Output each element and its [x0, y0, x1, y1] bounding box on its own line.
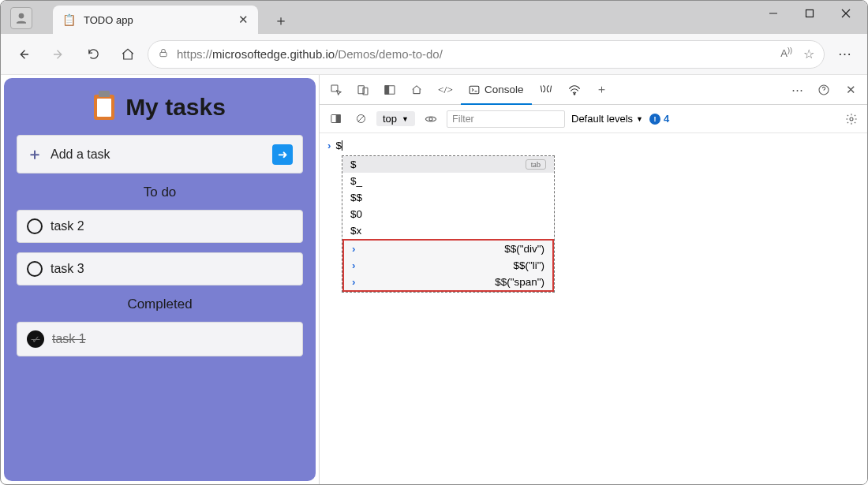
tab-console[interactable]: Console: [461, 75, 532, 104]
dock-side-button[interactable]: [376, 75, 403, 104]
devtools-tabstrip: </> Console ＋ ⋯ ✕: [320, 75, 867, 105]
favorite-button[interactable]: ☆: [803, 47, 814, 62]
lock-icon: [158, 47, 169, 61]
chevron-down-icon: ▼: [402, 115, 409, 123]
console-settings-button[interactable]: [842, 113, 861, 125]
text-caret: [342, 140, 342, 151]
live-expression-button[interactable]: [421, 114, 440, 124]
window-controls: [755, 1, 867, 26]
todo-app: My tasks ＋ Add a task ➜ To do task 2 tas…: [4, 78, 316, 481]
task-row[interactable]: task 2: [17, 210, 303, 243]
forward-button: [43, 39, 73, 69]
prompt-chevron-icon: ›: [327, 140, 331, 151]
task-row-completed[interactable]: ✓ task 1: [17, 322, 303, 356]
console-input-text: $: [336, 140, 342, 151]
close-window-button[interactable]: [828, 1, 864, 26]
device-toggle-button[interactable]: [350, 75, 376, 104]
tab-title: TODO app: [84, 14, 133, 26]
log-levels-select[interactable]: Default levels ▼: [571, 113, 643, 125]
browser-tabs: 📋 TODO app ✕ ＋: [40, 1, 755, 34]
read-aloud-button[interactable]: A)): [780, 47, 792, 62]
svg-point-18: [429, 118, 432, 121]
task-label: task 1: [52, 332, 86, 346]
title-bar: 📋 TODO app ✕ ＋: [1, 1, 867, 34]
tab-welcome[interactable]: [403, 75, 430, 104]
tab-elements[interactable]: </>: [430, 75, 461, 104]
autocomplete-item[interactable]: $x: [342, 222, 554, 239]
svg-rect-15: [336, 115, 340, 123]
add-task-placeholder: Add a task: [51, 147, 110, 162]
issues-icon: !: [649, 114, 660, 125]
autocomplete-item[interactable]: $$: [342, 189, 554, 206]
new-tab-button[interactable]: ＋: [268, 7, 294, 34]
chevron-down-icon: ▼: [636, 115, 643, 123]
execution-context-select[interactable]: top ▼: [376, 111, 415, 126]
svg-point-19: [850, 118, 853, 121]
svg-rect-5: [160, 52, 166, 56]
autocomplete-history-item[interactable]: ›$$("div"): [344, 241, 552, 257]
close-tab-button[interactable]: ✕: [238, 13, 249, 27]
add-task-input[interactable]: ＋ Add a task ➜: [17, 135, 303, 173]
task-row[interactable]: task 3: [17, 252, 303, 285]
unchecked-icon[interactable]: [27, 261, 43, 277]
tab-sources[interactable]: [532, 75, 560, 104]
autocomplete-item[interactable]: $0: [342, 206, 554, 222]
tab-hint: tab: [526, 159, 546, 170]
svg-point-12: [574, 93, 575, 95]
autocomplete-popup: $ tab $_ $$ $0 $x ›$$("div") ›$$("li") ›…: [342, 155, 555, 293]
task-label: task 2: [51, 219, 84, 233]
section-header-todo: To do: [17, 185, 303, 200]
autocomplete-item[interactable]: $ tab: [342, 156, 554, 173]
reload-button[interactable]: [78, 39, 108, 69]
devtools-more-button[interactable]: ⋯: [784, 75, 810, 104]
svg-rect-2: [806, 10, 814, 17]
todo-heading: My tasks: [17, 94, 303, 121]
autocomplete-history-group: ›$$("div") ›$$("li") ›$$("span"): [342, 239, 554, 292]
devtools-close-button[interactable]: ✕: [837, 75, 864, 104]
clipboard-icon: [94, 95, 114, 120]
submit-task-button[interactable]: ➜: [272, 144, 293, 165]
devtools-panel: </> Console ＋ ⋯ ✕ top ▼ Filter Default l…: [319, 75, 867, 484]
console-toolbar: top ▼ Filter Default levels ▼ ! 4: [320, 105, 867, 133]
issues-counter[interactable]: ! 4: [649, 113, 669, 125]
clear-console-button[interactable]: [351, 113, 370, 125]
console-body[interactable]: › $ $ tab $_ $$ $0 $x ›$$("div") ›$$("li…: [320, 133, 867, 484]
filter-input[interactable]: Filter: [447, 110, 565, 128]
profile-avatar[interactable]: [10, 7, 32, 29]
address-bar: https://microsoftedge.github.io/Demos/de…: [1, 34, 867, 75]
tab-network[interactable]: [560, 75, 589, 104]
maximize-button[interactable]: [791, 1, 828, 26]
svg-point-0: [19, 13, 24, 19]
svg-line-17: [357, 116, 364, 122]
autocomplete-history-item[interactable]: ›$$("span"): [344, 274, 552, 290]
unchecked-icon[interactable]: [27, 218, 43, 234]
devtools-help-button[interactable]: [810, 75, 837, 104]
back-button[interactable]: [9, 39, 39, 69]
clipboard-icon: 📋: [62, 13, 76, 26]
tab-console-label: Console: [485, 84, 524, 95]
autocomplete-history-item[interactable]: ›$$("li"): [344, 257, 552, 274]
toggle-sidebar-button[interactable]: [326, 113, 345, 125]
home-button[interactable]: [113, 39, 143, 69]
svg-rect-11: [470, 86, 479, 93]
plus-icon: ＋: [27, 144, 43, 165]
checked-icon[interactable]: ✓: [27, 330, 44, 348]
browser-menu-button[interactable]: ⋯: [829, 39, 859, 69]
task-label: task 3: [51, 262, 84, 276]
console-prompt[interactable]: › $: [327, 136, 859, 155]
inspect-element-button[interactable]: [323, 75, 350, 104]
more-tabs-button[interactable]: ＋: [589, 75, 615, 104]
autocomplete-item[interactable]: $_: [342, 173, 554, 189]
url-input[interactable]: https://microsoftedge.github.io/Demos/de…: [148, 40, 825, 69]
svg-rect-10: [385, 85, 389, 94]
browser-tab-active[interactable]: 📋 TODO app ✕: [53, 6, 258, 34]
section-header-completed: Completed: [17, 297, 303, 312]
url-text: https://microsoftedge.github.io/Demos/de…: [177, 47, 443, 61]
minimize-button[interactable]: [755, 1, 791, 26]
